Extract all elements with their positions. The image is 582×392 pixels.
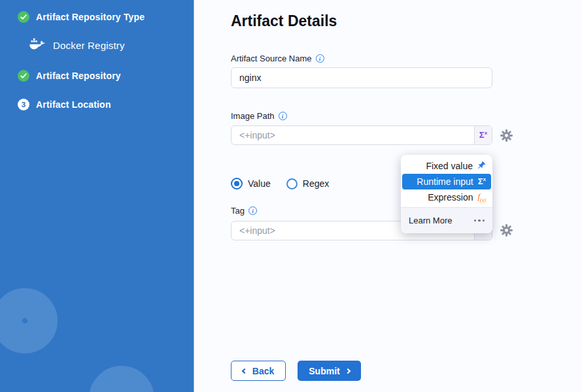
image-path-input[interactable] bbox=[231, 126, 474, 144]
harness-logo-watermark bbox=[0, 274, 71, 367]
menu-item-label: Expression bbox=[428, 192, 473, 203]
sidebar-step-artifact-location[interactable]: 3 Artifact Location bbox=[18, 99, 111, 110]
artifact-source-name-field bbox=[231, 67, 492, 88]
sidebar-substep-docker-registry[interactable]: Docker Registry bbox=[29, 37, 125, 53]
artifact-wizard-screen: Artifact Repository Type Docker Registry… bbox=[0, 0, 582, 392]
image-path-field: Σx bbox=[231, 125, 492, 145]
image-path-label: Image Path i bbox=[231, 111, 287, 121]
sidebar-step-artifact-repository[interactable]: Artifact Repository bbox=[18, 70, 121, 82]
submit-button[interactable]: Submit bbox=[298, 361, 361, 381]
value-radio[interactable] bbox=[231, 178, 243, 189]
sidebar-step-artifact-repository-type[interactable]: Artifact Repository Type bbox=[18, 11, 145, 23]
pin-icon bbox=[477, 161, 486, 171]
substep-label: Docker Registry bbox=[53, 40, 125, 51]
page-title: Artifact Details bbox=[231, 12, 337, 30]
check-circle-icon bbox=[18, 70, 29, 82]
chevron-right-icon bbox=[345, 368, 350, 373]
menu-item-fixed-value[interactable]: Fixed value bbox=[401, 158, 492, 174]
tag-mode-radio-group: Value Regex bbox=[231, 178, 329, 189]
submit-button-label: Submit bbox=[309, 366, 339, 376]
info-icon[interactable]: i bbox=[248, 206, 257, 215]
wizard-sidebar: Artifact Repository Type Docker Registry… bbox=[0, 0, 194, 392]
menu-item-label: Fixed value bbox=[426, 161, 473, 171]
label-text: Artifact Source Name bbox=[231, 54, 312, 63]
learn-more-row[interactable]: Learn More bbox=[401, 207, 492, 233]
step-label: Artifact Repository Type bbox=[36, 12, 145, 22]
back-button-label: Back bbox=[252, 366, 274, 376]
ellipsis-icon bbox=[474, 220, 485, 222]
sigma-icon: Σx bbox=[479, 131, 487, 139]
info-icon[interactable]: i bbox=[279, 112, 287, 120]
back-button[interactable]: Back bbox=[231, 361, 286, 381]
regex-radio[interactable] bbox=[286, 178, 298, 189]
label-text: Tag bbox=[231, 206, 245, 216]
tag-label: Tag i bbox=[231, 206, 257, 216]
menu-item-runtime-input[interactable]: Runtime input Σx bbox=[402, 174, 491, 189]
step-number-badge: 3 bbox=[18, 99, 29, 110]
label-text: Image Path bbox=[231, 111, 275, 121]
input-type-options: Fixed value Runtime input Σx Expression … bbox=[401, 155, 492, 207]
check-circle-icon bbox=[18, 11, 29, 23]
fx-icon: f(x) bbox=[477, 192, 486, 203]
harness-logo-watermark bbox=[75, 352, 167, 392]
step-label: Artifact Location bbox=[36, 99, 111, 110]
step-label: Artifact Repository bbox=[36, 71, 121, 81]
value-radio-label: Value bbox=[248, 178, 271, 189]
regex-radio-label: Regex bbox=[303, 178, 329, 189]
tag-settings-gear-icon[interactable] bbox=[500, 224, 513, 237]
menu-item-label: Runtime input bbox=[417, 176, 473, 187]
runtime-input-type-button[interactable]: Σx bbox=[474, 126, 492, 144]
chevron-left-icon bbox=[242, 368, 247, 373]
artifact-source-name-input[interactable] bbox=[231, 68, 492, 88]
info-icon[interactable]: i bbox=[316, 54, 324, 63]
input-type-dropdown-menu: Fixed value Runtime input Σx Expression … bbox=[401, 155, 492, 233]
learn-more-label: Learn More bbox=[409, 216, 452, 225]
sigma-icon: Σx bbox=[478, 177, 486, 186]
artifact-source-name-label: Artifact Source Name i bbox=[231, 54, 324, 63]
menu-item-expression[interactable]: Expression f(x) bbox=[401, 189, 492, 205]
image-path-settings-gear-icon[interactable] bbox=[500, 129, 513, 142]
docker-icon bbox=[29, 37, 46, 53]
